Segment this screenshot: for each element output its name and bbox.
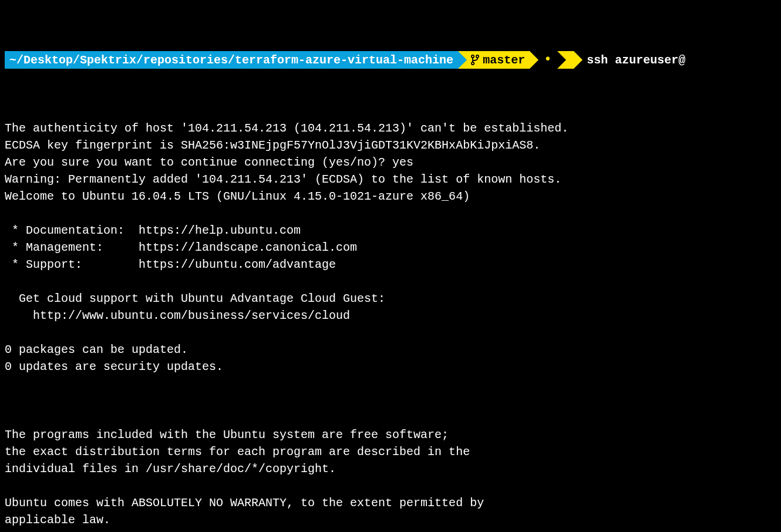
- output-line: http://www.ubuntu.com/business/services/…: [5, 307, 776, 324]
- output-line: Ubuntu comes with ABSOLUTELY NO WARRANTY…: [5, 494, 776, 511]
- output-line: Are you sure you want to continue connec…: [5, 154, 776, 171]
- output-line: * Management: https://landscape.canonica…: [5, 239, 776, 256]
- svg-point-2: [472, 62, 474, 65]
- output-line: [5, 392, 776, 409]
- output-line: Welcome to Ubuntu 16.04.5 LTS (GNU/Linux…: [5, 188, 776, 205]
- segment-arrow-icon: [574, 51, 583, 69]
- output-line: [5, 324, 776, 341]
- output-line: The programs included with the Ubuntu sy…: [5, 426, 776, 443]
- svg-point-1: [476, 55, 479, 58]
- git-branch-icon: [471, 55, 479, 65]
- terminal[interactable]: ~/Desktop/Spektrix/repositories/terrafor…: [0, 0, 781, 532]
- output-line: [5, 477, 776, 494]
- prompt-command: ssh azureuser@: [587, 52, 685, 69]
- segment-arrow-icon: [557, 51, 566, 69]
- output-line: The authenticity of host '104.211.54.213…: [5, 120, 776, 137]
- output-line: * Documentation: https://help.ubuntu.com: [5, 222, 776, 239]
- output-line: [5, 375, 776, 392]
- prompt-command-segment[interactable]: ssh azureuser@: [574, 51, 690, 69]
- prompt-branch-segment: master: [458, 51, 530, 69]
- output-line: [5, 528, 776, 532]
- output-line: 0 updates are security updates.: [5, 358, 776, 375]
- output-line: ECDSA key fingerprint is SHA256:w3INEjpg…: [5, 137, 776, 154]
- output-line: Get cloud support with Ubuntu Advantage …: [5, 290, 776, 307]
- output-line: 0 packages can be updated.: [5, 341, 776, 358]
- output-line: [5, 205, 776, 222]
- output-line: * Support: https://ubuntu.com/advantage: [5, 256, 776, 273]
- output-line: [5, 409, 776, 426]
- prompt-path: ~/Desktop/Spektrix/repositories/terrafor…: [9, 52, 453, 69]
- output-line: the exact distribution terms for each pr…: [5, 443, 776, 460]
- prompt-branch: master: [483, 52, 525, 69]
- output-line: [5, 273, 776, 290]
- segment-arrow-icon: [530, 51, 538, 69]
- output-line: applicable law.: [5, 511, 776, 528]
- output-line: individual files in /usr/share/doc/*/cop…: [5, 460, 776, 477]
- prompt-path-segment: ~/Desktop/Spektrix/repositories/terrafor…: [5, 51, 458, 69]
- terminal-output: The authenticity of host '104.211.54.213…: [5, 120, 776, 532]
- output-line: Warning: Permanently added '104.211.54.2…: [5, 171, 776, 188]
- segment-arrow-icon: [458, 51, 467, 69]
- svg-point-0: [472, 55, 474, 58]
- local-prompt: ~/Desktop/Spektrix/repositories/terrafor…: [5, 51, 776, 69]
